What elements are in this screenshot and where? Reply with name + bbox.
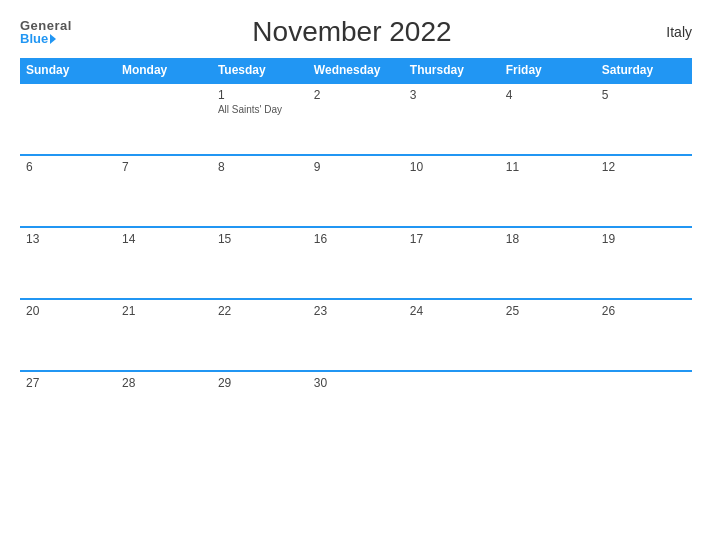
day-number: 10: [410, 160, 494, 174]
day-cell: 5: [596, 83, 692, 155]
day-cell: 2: [308, 83, 404, 155]
logo: General Blue: [20, 19, 72, 45]
day-cell: 3: [404, 83, 500, 155]
day-cell: [404, 371, 500, 443]
week-row-5: 27282930: [20, 371, 692, 443]
day-number: 17: [410, 232, 494, 246]
day-cell: 12: [596, 155, 692, 227]
day-cell: 20: [20, 299, 116, 371]
logo-blue-text: Blue: [20, 32, 56, 45]
day-number: 15: [218, 232, 302, 246]
day-cell: 24: [404, 299, 500, 371]
day-event: All Saints' Day: [218, 104, 302, 115]
calendar-container: General Blue November 2022 Italy Sunday …: [0, 0, 712, 550]
header-saturday: Saturday: [596, 58, 692, 83]
calendar-header: General Blue November 2022 Italy: [20, 16, 692, 48]
day-cell: [500, 371, 596, 443]
day-cell: 27: [20, 371, 116, 443]
day-cell: 25: [500, 299, 596, 371]
day-cell: 4: [500, 83, 596, 155]
day-number: 24: [410, 304, 494, 318]
day-cell: [20, 83, 116, 155]
day-number: 6: [26, 160, 110, 174]
day-number: 11: [506, 160, 590, 174]
week-row-3: 13141516171819: [20, 227, 692, 299]
day-cell: 13: [20, 227, 116, 299]
day-number: 22: [218, 304, 302, 318]
day-number: 9: [314, 160, 398, 174]
calendar-title: November 2022: [72, 16, 632, 48]
day-number: 13: [26, 232, 110, 246]
day-cell: 26: [596, 299, 692, 371]
day-cell: 18: [500, 227, 596, 299]
day-cell: 21: [116, 299, 212, 371]
header-wednesday: Wednesday: [308, 58, 404, 83]
day-number: 19: [602, 232, 686, 246]
day-number: 27: [26, 376, 110, 390]
day-cell: 29: [212, 371, 308, 443]
header-tuesday: Tuesday: [212, 58, 308, 83]
day-cell: 8: [212, 155, 308, 227]
day-cell: 15: [212, 227, 308, 299]
day-number: 14: [122, 232, 206, 246]
day-cell: 14: [116, 227, 212, 299]
day-number: 25: [506, 304, 590, 318]
day-number: 28: [122, 376, 206, 390]
day-cell: 23: [308, 299, 404, 371]
week-row-4: 20212223242526: [20, 299, 692, 371]
day-cell: 28: [116, 371, 212, 443]
day-cell: 16: [308, 227, 404, 299]
day-number: 20: [26, 304, 110, 318]
day-number: 8: [218, 160, 302, 174]
day-number: 3: [410, 88, 494, 102]
day-cell: [116, 83, 212, 155]
header-sunday: Sunday: [20, 58, 116, 83]
day-number: 2: [314, 88, 398, 102]
day-cell: 1All Saints' Day: [212, 83, 308, 155]
day-cell: 17: [404, 227, 500, 299]
header-monday: Monday: [116, 58, 212, 83]
header-friday: Friday: [500, 58, 596, 83]
day-cell: [596, 371, 692, 443]
day-cell: 22: [212, 299, 308, 371]
day-number: 26: [602, 304, 686, 318]
day-number: 12: [602, 160, 686, 174]
day-cell: 10: [404, 155, 500, 227]
calendar-grid: Sunday Monday Tuesday Wednesday Thursday…: [20, 58, 692, 443]
week-row-1: 1All Saints' Day2345: [20, 83, 692, 155]
day-cell: 6: [20, 155, 116, 227]
week-row-2: 6789101112: [20, 155, 692, 227]
country-label: Italy: [632, 24, 692, 40]
day-number: 30: [314, 376, 398, 390]
day-cell: 30: [308, 371, 404, 443]
day-number: 21: [122, 304, 206, 318]
day-number: 23: [314, 304, 398, 318]
day-number: 29: [218, 376, 302, 390]
header-thursday: Thursday: [404, 58, 500, 83]
day-cell: 11: [500, 155, 596, 227]
day-number: 1: [218, 88, 302, 102]
day-number: 18: [506, 232, 590, 246]
logo-triangle-icon: [50, 34, 56, 44]
day-number: 4: [506, 88, 590, 102]
day-cell: 9: [308, 155, 404, 227]
day-number: 5: [602, 88, 686, 102]
day-header-row: Sunday Monday Tuesday Wednesday Thursday…: [20, 58, 692, 83]
day-number: 16: [314, 232, 398, 246]
day-cell: 19: [596, 227, 692, 299]
day-number: 7: [122, 160, 206, 174]
day-cell: 7: [116, 155, 212, 227]
